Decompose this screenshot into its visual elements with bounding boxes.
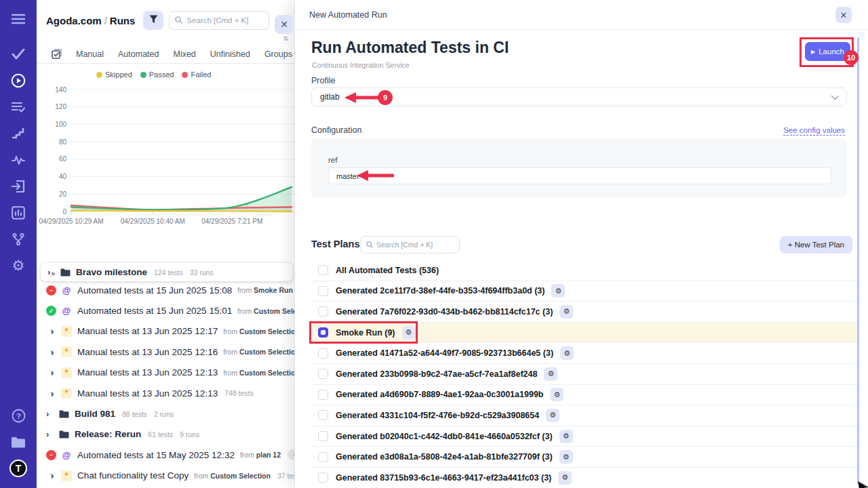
gear-icon[interactable]: ⚙ [550,388,564,401]
chevron-right-icon[interactable]: › [46,429,54,439]
legend-item[interactable]: Skipped [96,70,132,79]
run-from-value: Custom Selection [254,307,294,315]
run-tests-count: 37 tests [277,472,294,480]
tab-unfinished[interactable]: Unfinished [210,49,250,59]
checkbox-checked[interactable] [318,327,328,338]
run-title: Manual tests at 13 Jun 2025 12:13 [77,367,218,378]
folder-row[interactable]: ›Build 98188 tests2 runs [37,403,294,424]
settings-gear-icon[interactable]: ⚙ [10,258,26,274]
page-subtitle: Continuous Integration Service [312,61,410,69]
analytics-icon[interactable] [10,205,26,221]
checkbox-unchecked[interactable] [318,390,328,400]
status-partial-icon: ◑ [46,367,56,378]
gear-icon[interactable]: ⚙ [560,346,574,360]
test-plan-row[interactable]: Generated e3d08a1a-5808-42e4-a1ab-81bfe3… [311,447,858,468]
test-plan-row[interactable]: Generated a4d690b7-8889-4ae1-92aa-0c3001… [311,385,858,406]
tab-mixed[interactable]: Mixed [173,49,195,59]
checkbox-unchecked[interactable] [318,431,328,441]
gear-icon[interactable]: ⚙ [559,450,573,464]
tab-groups[interactable]: Groups [264,49,292,59]
run-row[interactable]: ◑*Chat functionality test Copyfrom Custo… [37,466,294,486]
gear-icon[interactable]: ⚙ [559,430,573,443]
test-plans-search[interactable] [360,236,460,253]
checkbox-unchecked[interactable] [318,369,328,379]
help-icon[interactable]: ? [10,407,26,424]
test-plan-row[interactable]: Smoke Run (9)⚙ [311,323,858,344]
run-row[interactable]: ◑*Manual tests at 13 Jun 2025 12:17from … [37,321,294,342]
run-from-value: Custom Selection [239,327,294,336]
panel-scrollbar[interactable] [857,37,859,485]
legend-item[interactable]: Failed [182,70,211,79]
test-plan-row[interactable]: Generated 41471a52-a644-49f7-9085-923713… [311,343,858,364]
test-plan-row[interactable]: Generated 83715b93-6c1e-4663-9417-ef23a4… [311,468,858,488]
checkbox-unchecked[interactable] [318,472,328,483]
test-plan-row[interactable]: Generated 233b0998-b9c2-47ae-a5cf-7ea1af… [311,364,858,385]
test-plans-search-input[interactable] [376,241,448,249]
breadcrumb-project[interactable]: Agoda.com [46,15,102,26]
main-sidebar: ⚙ ? T [0,0,37,488]
run-row[interactable]: –@Automated tests at 15 May 2025 12:32fr… [37,445,294,465]
folder-row[interactable]: ›Bravo milestone124 tests33 runs [41,263,293,281]
automated-run-icon: @ [61,285,72,296]
checkbox-unchecked[interactable] [318,348,328,359]
steps-icon[interactable] [10,125,26,142]
run-row[interactable]: ◑*Manual tests at 13 Jun 2025 12:13748 t… [37,383,294,403]
projects-folder-icon[interactable] [10,434,26,450]
tab-manual[interactable]: Manual [76,49,104,59]
checkbox-unchecked[interactable] [318,452,328,462]
test-badge[interactable]: ⚙test [288,449,294,460]
page-title: Run Automated Tests in CI [311,39,509,57]
new-test-plan-button[interactable]: + New Test Plan [780,236,852,253]
run-from-value: Custom Selection [239,348,294,356]
test-plan-row[interactable]: All Automated Tests (536) [311,260,858,281]
tests-check-icon[interactable] [10,46,26,62]
gear-icon[interactable]: ⚙ [558,471,572,485]
annotation-arrow-profile [344,92,382,104]
checkbox-unchecked[interactable] [318,410,328,420]
gear-icon[interactable]: ⚙ [559,305,573,319]
panel-close-button[interactable]: ✕ [835,7,852,23]
see-config-values-link[interactable]: See config values [783,126,845,134]
pulse-icon[interactable] [10,152,26,168]
select-all-icon[interactable] [52,49,62,59]
runs-close-button[interactable]: ✕ [275,15,294,34]
folder-row[interactable]: ›Release: Rerun61 tests9 runs [37,424,294,445]
test-plan-row[interactable]: Generated 4331c104-f5f2-476e-b92d-c529a3… [311,405,858,426]
folder-runs-count: 2 runs [154,410,174,418]
checkbox-unchecked[interactable] [318,265,328,275]
runs-search[interactable] [169,11,269,30]
test-plan-row[interactable]: Generated 2ce11f7d-38ef-44fe-b353-4f694f… [311,281,858,302]
gear-icon[interactable]: ⚙ [551,284,565,298]
import-icon[interactable] [10,178,26,195]
mouse-cursor [858,480,868,488]
run-title: Automated tests at 15 May 2025 12:32 [77,450,235,460]
chevron-right-icon[interactable]: › [46,409,54,419]
test-plan-row[interactable]: Generated 7a76f022-93d0-434b-b462-bb8114… [311,302,858,323]
legend-item[interactable]: Passed [140,70,174,79]
run-row[interactable]: –@Automated tests at 15 Jun 2025 15:08fr… [37,280,294,300]
ref-label: ref [328,156,337,164]
gear-icon[interactable]: ⚙ [544,367,557,381]
checklist-icon[interactable] [10,99,26,115]
checkbox-unchecked[interactable] [318,286,328,296]
gear-icon[interactable]: ⚙ [546,409,559,422]
panel-header: New Automated Run ✕ [295,0,868,30]
filter-button[interactable] [143,11,163,30]
branches-icon[interactable] [10,231,26,247]
runs-play-icon[interactable] [10,73,26,89]
gear-icon[interactable]: ⚙ [402,326,416,340]
checkbox-unchecked[interactable] [318,306,328,317]
ref-input[interactable] [328,167,831,184]
run-row[interactable]: ✓@Automated tests at 15 Jun 2025 15:01fr… [37,300,294,321]
close-icon: ✕ [840,10,848,20]
menu-icon[interactable] [10,11,26,27]
test-plan-row[interactable]: Generated b02040c1-c442-4db0-841e-4660a0… [311,426,858,447]
tab-automated[interactable]: Automated [118,49,159,59]
status-partial-icon: ◑ [46,388,56,399]
automated-run-icon: @ [61,449,72,460]
run-row[interactable]: ◑*Manual tests at 13 Jun 2025 12:16from … [37,342,294,362]
run-row[interactable]: ◑*Manual tests at 13 Jun 2025 12:13from … [37,363,294,383]
app-logo[interactable]: T [9,460,27,477]
configuration-label: Configuration [311,125,361,135]
runs-search-input[interactable] [186,16,261,24]
